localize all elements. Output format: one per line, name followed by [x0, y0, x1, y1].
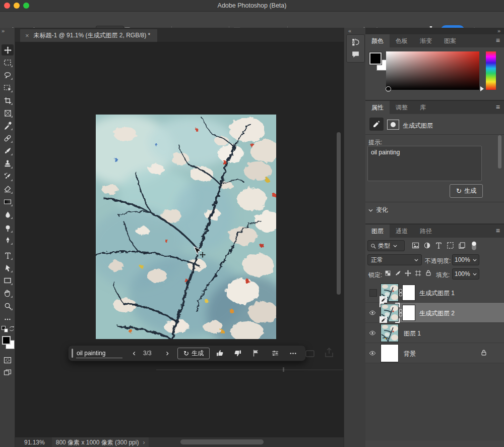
- visibility-toggle-off[interactable]: [369, 289, 377, 297]
- tool-path-selection[interactable]: [2, 262, 14, 273]
- tool-healing-brush[interactable]: [2, 133, 14, 144]
- thumbs-down-icon[interactable]: [234, 349, 242, 357]
- visibility-eye-icon[interactable]: [368, 350, 377, 357]
- thumbs-up-icon[interactable]: [216, 349, 224, 357]
- color-fg-swatch[interactable]: [369, 52, 382, 65]
- swap-colors-icon[interactable]: [9, 325, 15, 332]
- canvas-vertical-scrollbar[interactable]: [336, 42, 342, 437]
- default-colors-icon[interactable]: [2, 326, 8, 332]
- fill-field[interactable]: 100%: [452, 268, 479, 280]
- layer-name[interactable]: 生成式图层 2: [419, 309, 455, 318]
- canvas-horizontal-scrollbar[interactable]: [180, 439, 264, 444]
- hue-slider[interactable]: [486, 51, 496, 90]
- tool-rectangle[interactable]: [2, 275, 14, 286]
- document-tab[interactable]: × 未标题-1 @ 91.1% (生成式图层 2, RGB/8) *: [20, 29, 157, 42]
- visibility-eye-icon[interactable]: [368, 309, 377, 316]
- taskbar-more-icon[interactable]: [289, 350, 297, 357]
- settings-sliders-icon[interactable]: [271, 349, 279, 357]
- minimize-window-button[interactable]: [14, 3, 20, 9]
- tool-dodge[interactable]: [2, 222, 14, 234]
- tool-gradient[interactable]: [2, 196, 14, 207]
- tool-rectangular-marquee[interactable]: [2, 57, 14, 68]
- tool-zoom[interactable]: [2, 300, 14, 311]
- taskbar-generate-button[interactable]: ↻ 生成: [177, 348, 210, 359]
- layer-name[interactable]: 生成式图层 1: [419, 289, 455, 298]
- canvas-image[interactable]: [96, 115, 276, 339]
- lock-artboard-icon[interactable]: [415, 270, 421, 276]
- blend-mode-dropdown[interactable]: 正常: [367, 254, 422, 265]
- tab-color[interactable]: 颜色: [365, 34, 390, 47]
- tool-object-selection[interactable]: [2, 82, 14, 93]
- layer-thumbnail[interactable]: [381, 284, 398, 301]
- canvas-area[interactable]: oil painting ‹ 3/3 › ↻ 生成: [15, 42, 344, 437]
- tab-patterns[interactable]: 图案: [438, 34, 462, 47]
- tool-eyedropper[interactable]: [2, 120, 14, 131]
- color-field-cursor[interactable]: [386, 86, 391, 92]
- tool-history-brush[interactable]: [2, 171, 14, 182]
- previous-variation-button[interactable]: ‹: [130, 348, 138, 359]
- tool-clone-stamp[interactable]: [2, 158, 14, 170]
- doc-info-chevron[interactable]: ›: [143, 439, 145, 446]
- tool-lasso[interactable]: [2, 70, 14, 81]
- color-field[interactable]: [386, 51, 479, 90]
- close-window-button[interactable]: [4, 3, 10, 9]
- quick-mask-button[interactable]: [2, 355, 14, 366]
- background-lock-icon[interactable]: [480, 349, 487, 356]
- layer-row-generative-1[interactable]: 生成式图层 1: [365, 283, 504, 303]
- doc-info-box[interactable]: 800 像素 x 1000 像素 (300 ppi) ›: [52, 437, 149, 447]
- tool-crop[interactable]: [2, 95, 14, 106]
- tab-swatches[interactable]: 色板: [390, 34, 414, 47]
- tool-move[interactable]: [2, 44, 14, 55]
- tab-paths[interactable]: 路径: [414, 225, 438, 238]
- layer-thumbnail[interactable]: [381, 304, 398, 321]
- filter-pixel-layers-icon[interactable]: [412, 242, 419, 249]
- layer-mask-thumbnail[interactable]: [403, 305, 415, 320]
- tool-hand[interactable]: [2, 288, 14, 299]
- opacity-field[interactable]: 100%: [452, 254, 479, 265]
- taskbar-prompt-field[interactable]: oil painting: [77, 346, 105, 361]
- filter-type-layers-icon[interactable]: [435, 242, 443, 249]
- lock-transparency-icon[interactable]: [385, 270, 391, 276]
- filter-shape-layers-icon[interactable]: [447, 242, 454, 249]
- tool-brush[interactable]: [2, 145, 14, 156]
- next-variation-button[interactable]: ›: [163, 348, 171, 359]
- panel-menu-icon[interactable]: ≡: [496, 36, 500, 44]
- zoom-window-button[interactable]: [23, 3, 29, 9]
- tab-libraries[interactable]: 库: [414, 101, 432, 114]
- hue-slider-arrow[interactable]: [480, 86, 484, 91]
- panel-menu-icon[interactable]: ≡: [496, 103, 500, 111]
- filter-toggle[interactable]: [471, 241, 477, 251]
- tab-gradients[interactable]: 渐变: [414, 34, 438, 47]
- lock-all-icon[interactable]: [425, 269, 432, 276]
- collapse-dock-chevron[interactable]: «: [348, 28, 351, 34]
- visibility-eye-icon[interactable]: [368, 329, 377, 337]
- filter-smart-objects-icon[interactable]: [458, 242, 466, 249]
- screen-mode-button[interactable]: [2, 367, 14, 378]
- layer-row-background[interactable]: 背景: [365, 343, 504, 363]
- close-tab-icon[interactable]: ×: [25, 32, 29, 39]
- tool-type[interactable]: [2, 250, 14, 261]
- lock-pixels-icon[interactable]: [395, 270, 401, 276]
- tab-layers[interactable]: 图层: [365, 225, 390, 238]
- filter-adjustment-layers-icon[interactable]: [423, 242, 431, 249]
- lock-position-icon[interactable]: [405, 270, 411, 276]
- report-flag-icon[interactable]: [252, 349, 260, 357]
- layer-thumbnail[interactable]: [381, 345, 398, 362]
- panel-scrollbar[interactable]: [498, 135, 501, 169]
- prompt-textarea[interactable]: oil painting: [367, 146, 482, 181]
- layer-row-layer-1[interactable]: 图层 1: [365, 323, 504, 343]
- tool-pen[interactable]: [2, 235, 14, 246]
- zoom-level[interactable]: 91.13%: [24, 439, 45, 446]
- tool-frame[interactable]: [2, 107, 14, 119]
- tool-eraser[interactable]: [2, 184, 14, 195]
- layer-row-generative-2[interactable]: 生成式图层 2: [365, 303, 504, 323]
- tab-properties[interactable]: 属性: [365, 101, 390, 114]
- comments-panel-icon[interactable]: [351, 50, 360, 59]
- tool-blur[interactable]: [2, 209, 14, 220]
- layer-name[interactable]: 图层 1: [404, 329, 421, 338]
- layer-name[interactable]: 背景: [404, 350, 416, 358]
- layer-thumbnail[interactable]: [381, 324, 398, 342]
- properties-generate-button[interactable]: ↻ 生成: [450, 184, 483, 198]
- layer-mask-thumbnail[interactable]: [403, 285, 415, 300]
- foreground-color-swatch[interactable]: [2, 336, 11, 345]
